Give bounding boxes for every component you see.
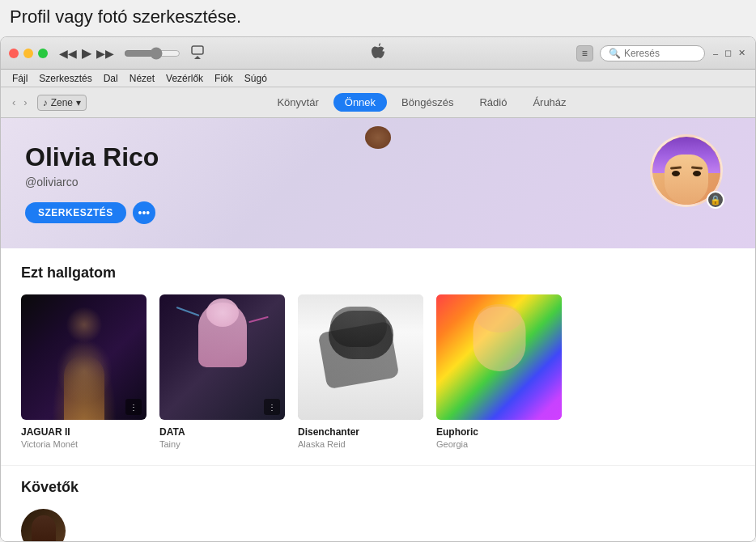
tab-aruhaz[interactable]: Áruház <box>521 93 577 112</box>
album-artist-disenchanter: Alaska Reid <box>298 439 423 449</box>
album-artist-jaguar: Victoria Monét <box>21 439 147 449</box>
nav-tabs: Könyvtár Önnek Böngészés Rádió Áruház <box>265 93 577 112</box>
album-artist-euphoric: Georgia <box>436 439 562 449</box>
album-cover-disenchanter <box>298 294 423 420</box>
forward-button[interactable]: ▶▶ <box>96 47 114 60</box>
close-button[interactable] <box>9 49 19 58</box>
more-options-button[interactable]: ••• <box>133 201 155 224</box>
album-title-disenchanter: Disenchanter <box>298 426 423 438</box>
edit-profile-button[interactable]: SZERKESZTÉS <box>25 202 126 223</box>
album-item-euphoric[interactable]: Euphoric Georgia <box>436 294 562 449</box>
apple-logo <box>371 43 385 63</box>
menu-item-nezet[interactable]: Nézet <box>125 71 159 86</box>
maximize-button[interactable] <box>38 49 48 58</box>
list-view-button[interactable]: ≡ <box>576 45 593 61</box>
album-item-jaguar[interactable]: ⋮ JAGUAR II Victoria Monét <box>21 294 147 449</box>
listening-section-title: Ezt hallgatom <box>21 265 735 282</box>
window-controls <box>9 49 48 58</box>
search-box: 🔍 <box>600 45 705 61</box>
album-menu-btn-jaguar[interactable]: ⋮ <box>125 399 142 415</box>
transport-controls: ◀◀ ▶ ▶▶ <box>59 44 205 61</box>
nav-arrows: ‹ › <box>9 95 31 110</box>
volume-slider[interactable] <box>124 47 181 60</box>
menu-item-vezerlok[interactable]: Vezérlők <box>161 71 208 86</box>
source-label: Zene <box>51 97 73 108</box>
search-icon: 🔍 <box>609 48 621 59</box>
tab-onnek[interactable]: Önnek <box>333 93 387 112</box>
album-menu-btn-data[interactable]: ⋮ <box>264 399 280 415</box>
window-close-btn[interactable]: ✕ <box>737 48 747 58</box>
album-item-data[interactable]: ⋮ DATA Tainy <box>159 294 285 449</box>
instruction-text: Profil vagy fotó szerkesztése. <box>10 6 241 28</box>
album-title-data: DATA <box>159 426 285 438</box>
album-item-disenchanter[interactable]: Disenchanter Alaska Reid <box>298 294 423 449</box>
menu-item-sugo[interactable]: Súgó <box>240 71 272 86</box>
tab-bongeszes[interactable]: Böngészés <box>390 93 465 112</box>
avatar-lock-icon: 🔒 <box>707 191 724 209</box>
source-selector[interactable]: ♪ Zene ▾ <box>37 95 87 111</box>
nav-bar: ‹ › ♪ Zene ▾ Könyvtár Önnek Böngészés Rá… <box>1 87 755 118</box>
window-minimize-btn[interactable]: – <box>711 48 720 58</box>
chevron-down-icon: ▾ <box>76 97 81 108</box>
album-cover-euphoric <box>436 294 562 420</box>
followers-section-title: Követők <box>21 479 735 496</box>
title-bar-right: ≡ 🔍 – ◻ ✕ <box>576 45 747 61</box>
profile-handle: @oliviarco <box>25 176 731 188</box>
menu-item-dal[interactable]: Dal <box>99 71 123 86</box>
listening-section: Ezt hallgatom ⋮ JAGUAR II Victoria Monét <box>1 248 755 465</box>
menu-item-fajl[interactable]: Fájl <box>7 71 32 86</box>
avatar-container: 🔒 <box>650 134 723 207</box>
forward-nav-button[interactable]: › <box>20 95 30 110</box>
itunes-window: ◀◀ ▶ ▶▶ ≡ 🔍 – ◻ <box>0 36 756 542</box>
search-input[interactable] <box>624 48 705 59</box>
back-nav-button[interactable]: ‹ <box>9 95 19 110</box>
play-button[interactable]: ▶ <box>82 45 91 61</box>
follower-avatar[interactable] <box>21 509 66 541</box>
main-content: Olivia Rico @oliviarco SZERKESZTÉS ••• <box>1 118 755 541</box>
menu-item-szerkesztes[interactable]: Szerkesztés <box>34 71 96 86</box>
svg-rect-0 <box>192 46 203 54</box>
title-bar: ◀◀ ▶ ▶▶ ≡ 🔍 – ◻ <box>1 37 755 70</box>
followers-section: Követők <box>1 465 755 541</box>
window-action-buttons: – ◻ ✕ <box>711 48 747 58</box>
album-artist-data: Tainy <box>159 439 285 449</box>
album-cover-data: ⋮ <box>159 294 285 420</box>
airplay-button[interactable] <box>190 44 205 61</box>
back-button[interactable]: ◀◀ <box>59 47 77 60</box>
minimize-button[interactable] <box>23 49 33 58</box>
album-title-jaguar: JAGUAR II <box>21 426 147 438</box>
profile-buttons: SZERKESZTÉS ••• <box>25 201 731 224</box>
tab-konyvtar[interactable]: Könyvtár <box>265 93 329 112</box>
svg-marker-1 <box>194 56 201 59</box>
menu-bar: Fájl Szerkesztés Dal Nézet Vezérlők Fiók… <box>1 70 755 87</box>
album-cover-jaguar: ⋮ <box>21 294 147 420</box>
albums-grid: ⋮ JAGUAR II Victoria Monét ⋮ DAT <box>21 294 735 449</box>
music-note-icon: ♪ <box>43 97 48 108</box>
window-fullscreen-btn[interactable]: ◻ <box>723 48 733 58</box>
menu-item-fiok[interactable]: Fiók <box>210 71 238 86</box>
tab-radio[interactable]: Rádió <box>468 93 518 112</box>
album-title-euphoric: Euphoric <box>436 426 562 438</box>
